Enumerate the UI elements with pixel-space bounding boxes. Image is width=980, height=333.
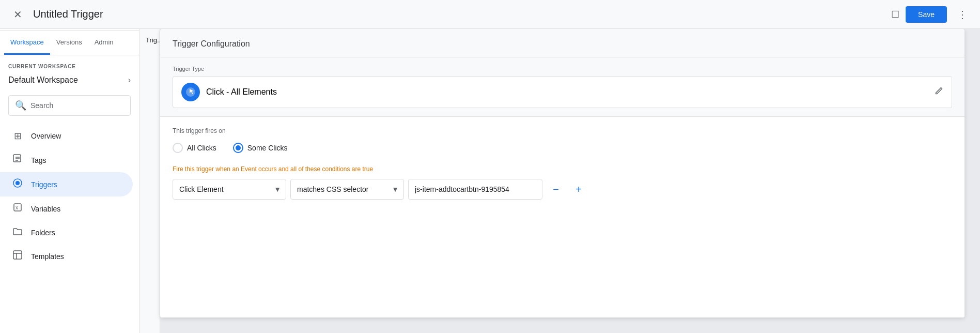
radio-some-clicks[interactable]: Some Clicks xyxy=(233,143,288,153)
sidebar-item-folders[interactable]: Folders xyxy=(0,221,133,244)
folder-icon[interactable]: ☐ xyxy=(891,9,899,20)
trigger-title: Untitled Trigger xyxy=(33,8,885,20)
click-element-select-wrapper: Click Element Click Classes Click ID Cli… xyxy=(173,179,286,200)
search-box[interactable]: 🔍 Search xyxy=(8,95,131,116)
triggers-icon xyxy=(12,178,23,190)
overview-icon: ⊞ xyxy=(12,130,23,142)
tab-versions[interactable]: Versions xyxy=(50,31,88,55)
radio-some-clicks-label: Some Clicks xyxy=(247,144,288,152)
fires-on-section: This trigger fires on All Clicks Some Cl… xyxy=(160,117,965,317)
svg-rect-2 xyxy=(13,155,21,162)
matches-select-wrapper: matches CSS selector contains equals sta… xyxy=(290,179,404,200)
trigger-type-left: Click - All Elements xyxy=(181,83,277,101)
page-topbar: ✕ Untitled Trigger ☐ Save ⋮ xyxy=(0,0,980,29)
sidebar-item-label: Tags xyxy=(31,156,46,164)
sidebar-item-tags[interactable]: Tags xyxy=(0,148,133,172)
radio-all-clicks-circle[interactable] xyxy=(173,143,183,153)
sidebar-item-label: Overview xyxy=(31,132,61,140)
nav-items: ⊞ Overview Tags Triggers x Variables Fo xyxy=(0,124,139,333)
trigger-type-name: Click - All Elements xyxy=(206,87,277,97)
radio-all-clicks[interactable]: All Clicks xyxy=(173,143,216,153)
search-label: Search xyxy=(30,101,53,110)
sidebar-item-label: Folders xyxy=(31,229,55,237)
matches-select[interactable]: matches CSS selector contains equals sta… xyxy=(290,179,404,200)
sidebar: ‹ Tag Manager Workspace Versions Admin C… xyxy=(0,0,139,333)
svg-rect-10 xyxy=(13,251,22,259)
remove-condition-button[interactable]: − xyxy=(547,180,565,199)
trigger-type-icon xyxy=(181,83,200,101)
sidebar-item-label: Templates xyxy=(31,252,64,261)
trigger-panel: Trigger Configuration Trigger Type Click… xyxy=(160,29,965,317)
trigger-type-box[interactable]: Click - All Elements xyxy=(173,76,952,108)
sidebar-item-label: Triggers xyxy=(31,180,57,189)
radio-all-clicks-label: All Clicks xyxy=(187,144,216,152)
workspace-name: Default Workspace xyxy=(8,75,78,85)
fires-on-title: This trigger fires on xyxy=(173,127,952,134)
workspace-section: CURRENT WORKSPACE Default Workspace › xyxy=(0,55,139,95)
trigger-type-label: Trigger Type xyxy=(173,66,952,72)
tab-workspace[interactable]: Workspace xyxy=(4,31,50,55)
svg-point-7 xyxy=(15,181,20,185)
triggers-list-header: Trig... xyxy=(139,29,160,51)
sidebar-item-variables[interactable]: x Variables xyxy=(0,196,133,221)
save-button[interactable]: Save xyxy=(906,6,947,23)
condition-row: Click Element Click Classes Click ID Cli… xyxy=(173,179,952,200)
trigger-panel-header: Trigger Configuration xyxy=(160,29,965,57)
radio-some-clicks-circle[interactable] xyxy=(233,143,243,153)
variables-icon: x xyxy=(12,203,23,215)
workspace-label: CURRENT WORKSPACE xyxy=(8,64,131,69)
tags-icon xyxy=(12,154,23,166)
templates-icon xyxy=(12,250,23,262)
trigger-type-section: Trigger Type Click - All Elements xyxy=(160,57,965,117)
workspace-chevron-icon: › xyxy=(128,75,131,85)
svg-text:x: x xyxy=(15,205,18,210)
sidebar-item-triggers[interactable]: Triggers xyxy=(0,172,133,196)
condition-title: Fire this trigger when an Event occurs a… xyxy=(173,165,952,173)
triggers-list-panel: Trig... xyxy=(139,29,160,333)
search-icon: 🔍 xyxy=(15,100,26,111)
sidebar-tabs: Workspace Versions Admin xyxy=(0,31,139,55)
more-options-button[interactable]: ⋮ xyxy=(953,5,972,24)
sidebar-item-label: Variables xyxy=(31,205,60,213)
workspace-selector[interactable]: Default Workspace › xyxy=(8,73,131,87)
folders-icon xyxy=(12,227,23,238)
radio-group: All Clicks Some Clicks xyxy=(173,143,952,153)
sidebar-item-overview[interactable]: ⊞ Overview xyxy=(0,124,133,148)
edit-trigger-type-icon[interactable] xyxy=(934,86,943,98)
add-condition-button[interactable]: + xyxy=(569,180,588,199)
sidebar-item-templates[interactable]: Templates xyxy=(0,244,133,268)
close-button[interactable]: ✕ xyxy=(8,5,27,24)
condition-value-input[interactable] xyxy=(408,179,542,200)
click-element-select[interactable]: Click Element Click Classes Click ID Cli… xyxy=(173,179,286,200)
tab-admin[interactable]: Admin xyxy=(88,31,120,55)
